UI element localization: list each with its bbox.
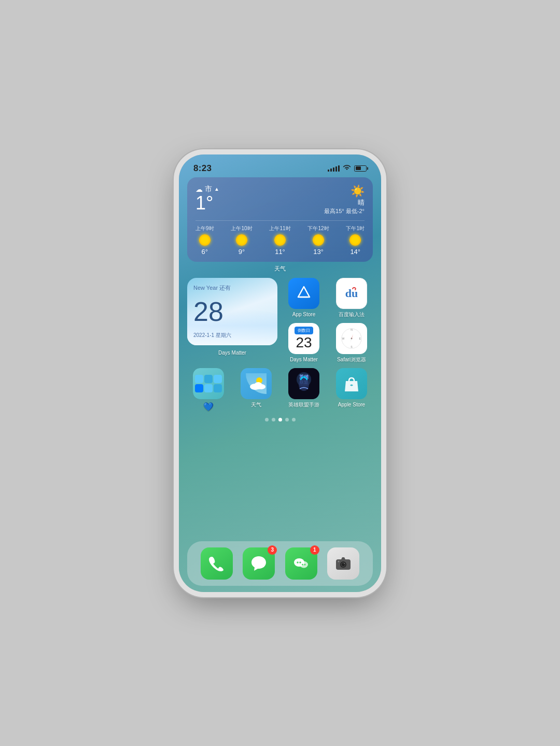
app-store-label: App Store: [292, 312, 315, 318]
sun-large-icon: ☀️: [324, 185, 365, 198]
baidu-label: 百度输入法: [339, 312, 365, 318]
folder-icon: [193, 368, 224, 399]
weather-left: ☁ 市 ▲ 1°: [195, 185, 219, 213]
page-dot-3[interactable]: [278, 418, 282, 421]
app-store-icon: [288, 278, 319, 309]
app-item-app-store[interactable]: App Store: [283, 278, 325, 318]
folder-app-4: [195, 384, 203, 392]
days-matter-inner: New Year 还有 28 2022-1-1 星期六: [187, 278, 277, 345]
weather-condition: 晴: [324, 198, 365, 207]
status-icons: [328, 164, 367, 172]
folder-app-2: [204, 375, 213, 383]
page-dot-5[interactable]: [292, 418, 296, 421]
folder-row-2: [195, 384, 222, 392]
dock-item-phone[interactable]: [201, 547, 233, 580]
forecast-time-4: 下午12时: [307, 225, 329, 232]
svg-point-32: [338, 560, 340, 562]
dm-label: Days Matter: [218, 350, 246, 356]
temp-max: 最高15°: [324, 208, 344, 214]
weather-range: 最高15° 最低-2°: [324, 207, 365, 215]
signal-bar-4: [335, 166, 337, 172]
forecast-item-4: 下午12时 13°: [307, 225, 329, 256]
safari-icon: N S W E: [336, 323, 367, 354]
forecast-sun-4: [313, 234, 324, 246]
forecast-item-2: 上午10时 9°: [231, 225, 252, 256]
page-dot-4[interactable]: [285, 418, 289, 421]
apple-store-icon: [336, 368, 367, 399]
dock-item-wechat[interactable]: 1: [285, 547, 317, 580]
svg-text:W: W: [342, 337, 344, 340]
forecast-temp-3: 11°: [275, 248, 285, 256]
app-grid: New Year 还有 28 2022-1-1 星期六 Days Matter …: [187, 278, 373, 412]
app-item-lol[interactable]: 英雄 联盟 英雄联盟手游: [283, 368, 325, 412]
weather-app-icon: [241, 368, 272, 399]
forecast-temp-1: 6°: [202, 248, 208, 256]
app-item-safari[interactable]: N S W E Safari浏览器: [330, 323, 373, 363]
forecast-time-5: 下午1时: [346, 225, 365, 232]
location-arrow-icon: ▲: [214, 186, 219, 192]
safari-label: Safari浏览器: [337, 357, 366, 363]
forecast-sun-1: [199, 234, 211, 246]
forecast-item-5: 下午1时 14°: [346, 225, 365, 256]
wifi-icon: [343, 164, 351, 172]
widget-label: 天气: [187, 265, 373, 273]
temp-min: 最低-2°: [346, 208, 365, 214]
folder-app-6: [214, 384, 222, 392]
page-dot-1[interactable]: [265, 418, 269, 421]
days-matter-small-icon: 倒数日 23: [288, 323, 319, 354]
dock-item-messages[interactable]: 3: [243, 547, 275, 580]
svg-point-24: [299, 561, 301, 564]
svg-text:N: N: [351, 328, 353, 331]
battery-icon: [354, 165, 367, 172]
camera-icon: [327, 547, 359, 580]
status-time: 8:23: [193, 163, 212, 174]
baidu-icon: du: [336, 278, 367, 309]
weather-right: ☀️ 晴 最高15° 最低-2°: [324, 185, 365, 215]
signal-bar-1: [328, 170, 329, 172]
lol-label: 英雄联盟手游: [288, 402, 319, 408]
weather-forecast: 上午9时 6° 上午10时 9° 上午11时 11° 下午12时: [195, 220, 365, 256]
weather-temp-main: 1°: [195, 194, 219, 213]
folder-app-5: [204, 384, 213, 392]
forecast-temp-5: 14°: [350, 248, 360, 256]
svg-point-15: [257, 384, 265, 389]
forecast-temp-4: 13°: [313, 248, 324, 256]
page-dot-2[interactable]: [272, 418, 275, 421]
status-bar: 8:23: [179, 154, 381, 177]
app-item-weather[interactable]: 天气: [235, 368, 277, 412]
weather-widget[interactable]: ☁ 市 ▲ 1° ☀️ 晴 最高15° 最低-2° 上午9: [187, 177, 373, 262]
signal-bar-2: [330, 168, 332, 172]
forecast-item-1: 上午9时 6°: [195, 225, 214, 256]
forecast-temp-2: 9°: [239, 248, 245, 256]
forecast-sun-5: [349, 234, 361, 246]
battery-fill: [356, 166, 361, 170]
dm-number: 28: [193, 298, 271, 325]
wechat-badge: 1: [310, 545, 319, 555]
forecast-sun-3: [274, 234, 286, 246]
forecast-time-2: 上午10时: [231, 225, 252, 232]
app-item-folder[interactable]: 💙: [187, 368, 230, 412]
svg-text:S: S: [351, 345, 353, 348]
folder-app-1: [195, 375, 203, 383]
svg-point-20: [299, 378, 309, 391]
folder-app-3: [214, 375, 222, 383]
svg-point-23: [297, 561, 299, 564]
svg-point-26: [304, 564, 305, 565]
phone-icon: [201, 547, 233, 580]
dm-date: 2022-1-1 星期六: [193, 332, 271, 339]
messages-badge: 3: [268, 545, 277, 555]
svg-text:E: E: [359, 337, 361, 340]
app-item-baidu[interactable]: du 百度输入法: [330, 278, 373, 318]
signal-bars-icon: [328, 165, 340, 172]
lol-icon: 英雄 联盟: [288, 368, 319, 399]
weather-app-label: 天气: [251, 402, 261, 408]
app-item-days-matter-small[interactable]: 倒数日 23 Days Matter: [283, 323, 325, 363]
signal-bar-3: [333, 167, 334, 172]
app-item-apple-store[interactable]: Apple Store: [330, 368, 373, 412]
dock: 3 1: [187, 541, 373, 586]
home-content: ☁ 市 ▲ 1° ☀️ 晴 最高15° 最低-2° 上午9: [179, 177, 381, 430]
dock-item-camera[interactable]: [327, 547, 359, 580]
dm-small-number: 23: [296, 335, 312, 350]
svg-point-31: [344, 563, 345, 564]
days-matter-widget[interactable]: New Year 还有 28 2022-1-1 星期六 Days Matter: [187, 278, 277, 363]
